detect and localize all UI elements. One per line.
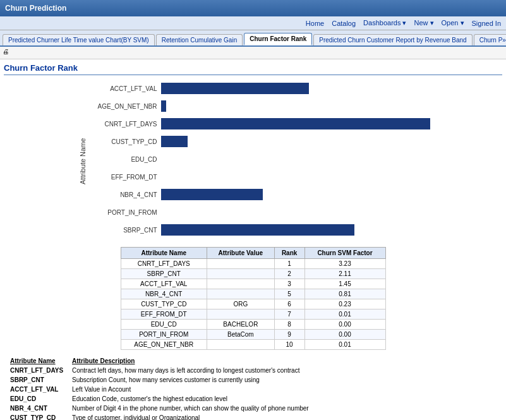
chart-bar-label: AGE_ON_NET_NBR	[92, 103, 161, 110]
print-icon[interactable]: 🖨	[3, 48, 13, 58]
attr-desc: Type of customer, individual or Organiza…	[72, 413, 496, 420]
cell-rank: 10	[274, 340, 304, 350]
cell-attr-name: ACCT_LFT_VAL	[121, 279, 207, 289]
tab-bar: Predicted Churner Life Time value Chart(…	[0, 30, 506, 47]
table-row: PORT_IN_FROMBetaCom90.00	[121, 330, 385, 340]
attr-desc-row: SBRP_CNTSubscription Count, how many ser…	[10, 375, 496, 385]
cell-svm-factor: 0.23	[304, 299, 385, 309]
cell-attr-name: EFF_FROM_DT	[121, 309, 207, 320]
nav-home[interactable]: Home	[306, 20, 324, 27]
table-row: EDU_CDBACHELOR80.00	[121, 320, 385, 330]
cell-attr-name: CUST_TYP_CD	[121, 299, 207, 309]
table-row: CNRT_LFT_DAYS13.23	[121, 259, 385, 269]
tab-retention[interactable]: Retention Cumulative Gain	[156, 34, 243, 45]
attr-name: EDU_CD	[10, 394, 67, 404]
cell-attr-value	[207, 279, 275, 289]
cell-rank: 7	[274, 309, 304, 320]
chart-bar-area	[161, 118, 430, 129]
chart-bar-area	[161, 189, 430, 200]
chart-bar-label: EFF_FROM_DT	[92, 174, 161, 181]
col-header-attribute-name: Attribute Name	[121, 248, 207, 259]
chart-bar-label: SBRP_CNT	[92, 227, 161, 234]
chart-inner: ACCT_LFT_VALAGE_ON_NET_NBRCNRT_LFT_DAYSC…	[92, 81, 430, 241]
chart-bar-row: NBR_4_CNT	[92, 188, 430, 201]
chart-bar-row: EFF_FROM_DT	[92, 170, 430, 184]
col-header-rank: Rank	[274, 248, 304, 259]
chart-bar-label: PORT_IN_FROM	[92, 209, 161, 216]
chart-bar-area	[161, 171, 430, 183]
nav-open[interactable]: Open ▾	[442, 19, 464, 27]
cell-attr-value	[207, 269, 275, 279]
attr-desc: Contract left days, how many days is lef…	[72, 366, 496, 375]
chart-bar-row: SBRP_CNT	[92, 223, 430, 237]
nav-catalog[interactable]: Catalog	[332, 20, 356, 27]
chart-bar-label: ACCT_LFT_VAL	[92, 85, 161, 92]
chart-bar-row: EDU_CD	[92, 152, 430, 166]
cell-attr-name: AGE_ON_NET_NBR	[121, 340, 207, 350]
cell-rank: 1	[274, 259, 304, 269]
attr-desc-col2-header: Attribute Description	[72, 357, 496, 364]
attr-name: SBRP_CNT	[10, 375, 67, 385]
chart-bar-row: ACCT_LFT_VAL	[92, 81, 430, 95]
chart-bar-row: CNRT_LFT_DAYS	[92, 117, 430, 131]
cell-rank: 6	[274, 299, 304, 309]
attr-desc-row: CNRT_LFT_DAYSContract left days, how man…	[10, 366, 496, 375]
nav-signed-in[interactable]: Signed In	[472, 20, 501, 27]
cell-attr-value	[207, 340, 275, 350]
attr-desc: Subscription Count, how many services cu…	[72, 375, 496, 385]
nav-dashboards[interactable]: Dashboards ▾	[363, 19, 406, 27]
attr-desc-row: CUST_TYP_CDType of customer, individual …	[10, 413, 496, 420]
cell-svm-factor: 0.81	[304, 289, 385, 299]
table-row: NBR_4_CNT50.81	[121, 289, 385, 299]
table-row: ACCT_LFT_VAL31.45	[121, 279, 385, 289]
attr-name: CNRT_LFT_DAYS	[10, 366, 67, 375]
chart-bar	[161, 189, 263, 200]
chart-bar-row: PORT_IN_FROM	[92, 205, 430, 219]
nav-new[interactable]: New ▾	[414, 19, 433, 27]
y-axis-label: Attribute Name	[76, 81, 89, 241]
cell-attr-name: NBR_4_CNT	[121, 289, 207, 299]
table-row: SBRP_CNT22.11	[121, 269, 385, 279]
tab-churn-factor[interactable]: Churn Factor Rank	[244, 33, 312, 45]
chart-bar-row: AGE_ON_NET_NBR	[92, 99, 430, 113]
tab-predicted-churn-report[interactable]: Predicted Churn Customer Report by Reven…	[313, 34, 472, 45]
col-header-attribute-value: Attribute Value	[207, 248, 275, 259]
chart-bar	[161, 83, 309, 94]
cell-attr-name: CNRT_LFT_DAYS	[121, 259, 207, 269]
bar-chart: Attribute Name ACCT_LFT_VALAGE_ON_NET_NB…	[76, 81, 430, 241]
tab-predicted-churner[interactable]: Predicted Churner Life Time value Chart(…	[3, 34, 155, 45]
chart-bar-area	[161, 224, 430, 236]
title-bar: Churn Prediction	[0, 0, 506, 16]
chart-bar-label: EDU_CD	[92, 156, 161, 163]
attr-desc: Left Value in Account	[72, 385, 496, 394]
attr-desc: Number of Digit 4 in the phone number, w…	[72, 404, 496, 413]
chart-bar-label: CNRT_LFT_DAYS	[92, 121, 161, 128]
tab-churn-p[interactable]: Churn P»	[474, 34, 506, 45]
cell-svm-factor: 0.00	[304, 330, 385, 340]
top-nav: Home Catalog Dashboards ▾ New ▾ Open ▾ S…	[0, 16, 506, 30]
attr-desc-row: ACCT_LFT_VALLeft Value in Account	[10, 385, 496, 394]
cell-rank: 9	[274, 330, 304, 340]
table-row: AGE_ON_NET_NBR100.01	[121, 340, 385, 350]
attribute-descriptions: Attribute Name Attribute Description CNR…	[10, 357, 496, 420]
chart-bar-area	[161, 100, 430, 112]
table-row: CUST_TYP_CDORG60.23	[121, 299, 385, 309]
cell-attr-name: PORT_IN_FROM	[121, 330, 207, 340]
cell-svm-factor: 3.23	[304, 259, 385, 269]
cell-svm-factor: 0.01	[304, 340, 385, 350]
cell-svm-factor: 2.11	[304, 269, 385, 279]
cell-svm-factor: 1.45	[304, 279, 385, 289]
cell-attr-value	[207, 289, 275, 299]
toolbar: 🖨	[0, 47, 506, 59]
attr-name: CUST_TYP_CD	[10, 413, 67, 420]
cell-attr-value	[207, 259, 275, 269]
cell-rank: 5	[274, 289, 304, 299]
attr-desc-row: EDU_CDEducation Code, customer's the hig…	[10, 394, 496, 404]
app-title: Churn Prediction	[5, 4, 66, 13]
chart-bar-row: CUST_TYP_CD	[92, 135, 430, 148]
chart-bar-area	[161, 83, 430, 94]
table-row: EFF_FROM_DT70.01	[121, 309, 385, 320]
churn-factor-table: Attribute Name Attribute Value Rank Chur…	[121, 247, 386, 350]
chart-bar	[161, 136, 188, 147]
data-table-section: Attribute Name Attribute Value Rank Chur…	[121, 247, 386, 350]
